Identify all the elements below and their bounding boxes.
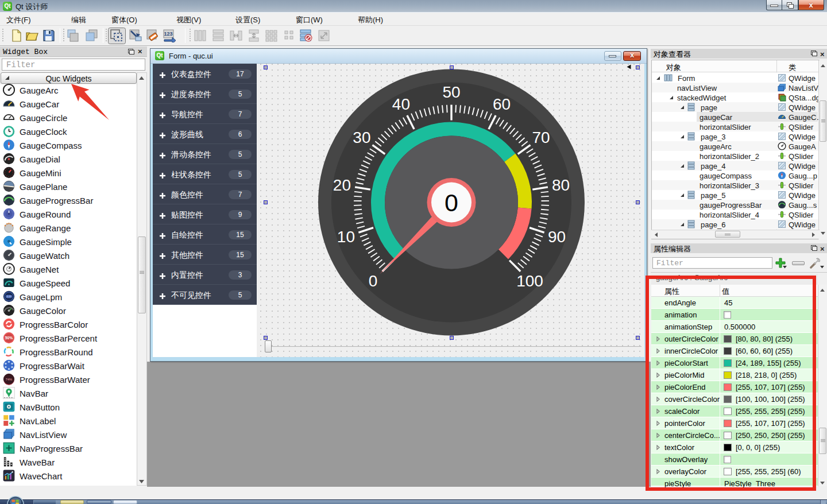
svg-text:80: 80	[552, 176, 570, 194]
svg-text:40: 40	[392, 95, 410, 113]
svg-text:0: 0	[369, 272, 378, 290]
svg-text:50: 50	[442, 83, 460, 101]
svg-text:50%: 50%	[5, 336, 13, 340]
svg-text:10: 10	[337, 228, 355, 246]
svg-text:100: 100	[516, 272, 543, 290]
svg-text:90: 90	[548, 228, 566, 246]
svg-text:20: 20	[333, 176, 351, 194]
svg-text:2.27: 2.27	[6, 295, 11, 298]
svg-text:30: 30	[353, 129, 370, 146]
svg-text:123: 123	[164, 31, 172, 37]
svg-text:60: 60	[493, 95, 511, 113]
svg-text:70: 70	[532, 129, 550, 146]
svg-text:0: 0	[445, 189, 458, 216]
svg-text:74%: 74%	[6, 378, 12, 381]
